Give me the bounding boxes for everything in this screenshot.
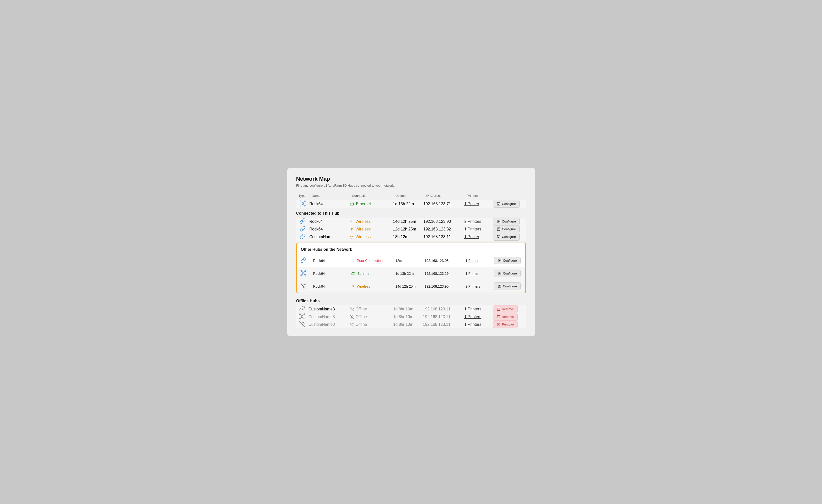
ethernet-icon: [351, 271, 356, 276]
other-name-2: Rock64: [310, 280, 348, 293]
link-icon: [299, 306, 305, 312]
table-row: Rock64 Wireless 14d 12h 25m 192.168.1: [297, 280, 525, 293]
printers-link[interactable]: 1 Printer: [465, 272, 478, 276]
offline-ip-0: 192.168.123.11: [423, 305, 464, 313]
configure-button[interactable]: Configure: [493, 233, 520, 241]
printers-link[interactable]: 1 Printers: [464, 315, 481, 319]
svg-point-55: [302, 326, 302, 326]
remove-icon: [497, 323, 500, 326]
svg-line-46: [301, 314, 302, 315]
printers-link[interactable]: 1 Printers: [464, 227, 481, 231]
table-row: Rock64 Ethernet 1d 13h 22m: [297, 267, 525, 280]
configure-icon: [497, 202, 500, 206]
hub-connection: Ethernet: [350, 200, 393, 208]
printers-link[interactable]: 1 Printers: [464, 322, 481, 327]
col-printers: Printers: [464, 192, 493, 200]
connected-connection-2: Wireless: [350, 233, 393, 241]
table-row: CustomName3 Offline 1d 8hr 10m 192.168.1…: [296, 305, 526, 313]
connected-uptime-2: 18h 12m: [393, 233, 423, 241]
svg-line-25: [302, 271, 303, 272]
svg-line-47: [302, 314, 304, 315]
connected-uptime-0: 14d 12h 25m: [393, 218, 423, 225]
offline-wifi-icon: [350, 322, 354, 327]
offline-section-header: Offline Hubs: [296, 295, 526, 305]
type-icon-cell: [296, 233, 310, 241]
ethernet-icon: [350, 202, 354, 206]
remove-icon: [497, 315, 500, 319]
svg-line-6: [303, 202, 304, 202]
svg-point-24: [305, 275, 306, 276]
remove-button[interactable]: Remove: [493, 313, 517, 321]
col-ip: IP Address: [423, 192, 464, 200]
type-icon-cell: [297, 254, 310, 267]
other-printers-2: 2 Printers: [462, 280, 491, 293]
printers-link[interactable]: 2 Printers: [465, 284, 480, 288]
offline-printers-2: 1 Printers: [464, 321, 493, 328]
svg-point-0: [302, 202, 304, 204]
other-name-0: Rock64: [310, 254, 348, 267]
col-action: [493, 192, 526, 200]
svg-line-26: [303, 271, 305, 272]
configure-button[interactable]: Configure: [494, 282, 521, 290]
hub-icon: [299, 313, 305, 320]
svg-point-57: [352, 326, 352, 326]
other-section-title: Other Hubs on the Network: [297, 243, 525, 254]
printers-link[interactable]: 1 Printer: [464, 202, 479, 206]
type-icon-cell: [297, 267, 310, 280]
printers-link[interactable]: 2 Printers: [464, 219, 481, 224]
type-icon-cell: [296, 200, 310, 208]
configure-button[interactable]: Configure: [494, 257, 521, 264]
svg-line-27: [302, 274, 303, 275]
connected-printers-0: 2 Printers: [464, 218, 493, 225]
table-row: Rock64 Wireless 14d 12h 25m 192.168.123.…: [296, 218, 526, 225]
remove-button[interactable]: Remove: [493, 305, 517, 313]
other-hubs-section: Other Hubs on the Network Rock64: [296, 243, 526, 293]
hub-printers: 1 Printer: [464, 200, 493, 208]
link-icon: [300, 226, 306, 232]
configure-icon: [497, 220, 500, 223]
connected-uptime-1: 12d 12h 25m: [393, 225, 423, 233]
wifi-icon-0: [350, 219, 354, 224]
configure-button[interactable]: Configure: [494, 270, 521, 277]
svg-point-23: [301, 275, 302, 276]
col-uptime: Uptime: [393, 192, 423, 200]
configure-icon: [498, 259, 501, 262]
offline-ip-1: 192.168.123.11: [423, 313, 464, 321]
table-row: CustomName3 Offline 1d 8hr 10m 192.168.1…: [296, 321, 526, 328]
svg-point-44: [300, 318, 301, 319]
svg-point-45: [304, 318, 305, 319]
printers-link[interactable]: 1 Printer: [465, 259, 478, 263]
hub-uptime: 1d 13h 22m: [393, 200, 423, 208]
wifi-icon-2: [350, 235, 354, 239]
other-ip-0: 192.168.123.08: [422, 254, 462, 267]
printers-link[interactable]: 1 Printer: [464, 235, 479, 239]
connected-name-0: Rock64: [309, 218, 350, 225]
svg-point-1: [300, 201, 301, 202]
connected-connection-1: Wireless: [350, 225, 393, 233]
offline-name-0: CustomName3: [308, 305, 350, 313]
configure-button[interactable]: Configure: [493, 225, 520, 233]
svg-rect-9: [350, 203, 354, 205]
offline-uptime-2: 1d 8hr 10m: [393, 321, 423, 328]
offline-section-title: Offline Hubs: [296, 295, 526, 305]
connected-ip-1: 192.168.123.32: [423, 225, 464, 233]
printers-link[interactable]: 1 Printers: [464, 307, 481, 311]
offline-ip-2: 192.168.123.11: [423, 321, 464, 328]
other-name-1: Rock64: [310, 267, 348, 280]
connected-name-1: Rock64: [309, 225, 350, 233]
svg-rect-29: [352, 273, 355, 275]
svg-point-3: [300, 205, 301, 206]
connected-printers-2: 1 Printer: [464, 233, 493, 241]
col-connection: Connection: [350, 192, 393, 200]
remove-button[interactable]: Remove: [493, 321, 517, 328]
link-icon: [300, 218, 306, 224]
configure-icon: [497, 235, 500, 239]
wifi-off-icon: [301, 283, 306, 289]
wifi-off-icon: [299, 321, 305, 327]
other-connection-2: Wireless: [348, 280, 393, 293]
other-connection-1: Ethernet: [348, 267, 393, 280]
configure-button[interactable]: Configure: [493, 200, 520, 208]
configure-button[interactable]: Configure: [493, 218, 520, 225]
other-printers-0: 1 Printer: [462, 254, 491, 267]
wifi-icon-1: [350, 227, 354, 231]
